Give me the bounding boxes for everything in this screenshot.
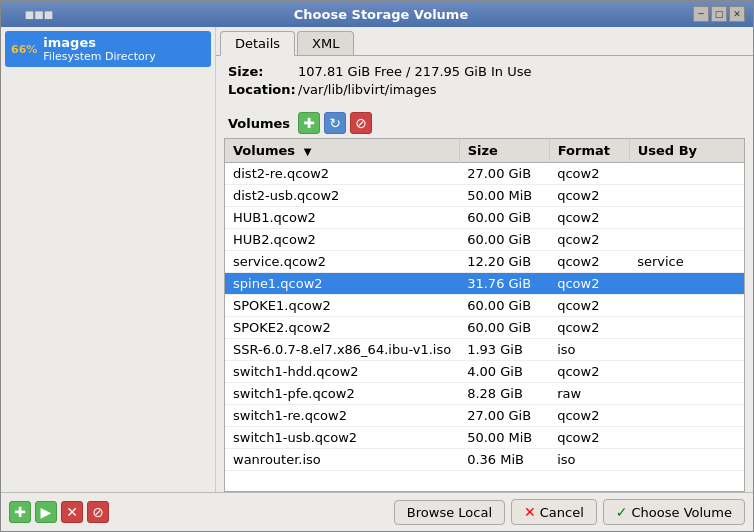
cell-used-by (629, 361, 744, 383)
volumes-label: Volumes (228, 116, 290, 131)
play-icon: ▶ (41, 504, 52, 520)
cell-used-by (629, 339, 744, 361)
cell-size: 27.00 GiB (459, 163, 549, 185)
cancel-button[interactable]: ✕ Cancel (511, 499, 597, 525)
table-row[interactable]: switch1-pfe.qcow28.28 GiBraw (225, 383, 744, 405)
bottom-left-buttons: ✚ ▶ ✕ ⊘ (9, 501, 109, 523)
sidebar-progress: 66% (11, 43, 37, 56)
choose-volume-button[interactable]: ✓ Choose Volume (603, 499, 745, 525)
cell-format: qcow2 (549, 317, 629, 339)
cell-size: 4.00 GiB (459, 361, 549, 383)
table-row[interactable]: switch1-re.qcow227.00 GiBqcow2 (225, 405, 744, 427)
table-row[interactable]: HUB1.qcow260.00 GiBqcow2 (225, 207, 744, 229)
table-row[interactable]: dist2-re.qcow227.00 GiBqcow2 (225, 163, 744, 185)
add-volume-button[interactable]: ✚ (298, 112, 320, 134)
bottom-add-button[interactable]: ✚ (9, 501, 31, 523)
sidebar-item-text: images Filesystem Directory (43, 35, 155, 63)
table-row[interactable]: SPOKE1.qcow260.00 GiBqcow2 (225, 295, 744, 317)
titlebar: ■■■ Choose Storage Volume ─ □ ✕ (1, 1, 753, 27)
cell-size: 50.00 MiB (459, 185, 549, 207)
content-area: 66% images Filesystem Directory Details … (1, 27, 753, 492)
table-row[interactable]: switch1-usb.qcow250.00 MiBqcow2 (225, 427, 744, 449)
bottom-delete-icon: ⊘ (92, 504, 104, 520)
cell-volume-name: HUB2.qcow2 (225, 229, 459, 251)
table-row[interactable]: wanrouter.iso0.36 MiBiso (225, 449, 744, 471)
bottom-delete-button[interactable]: ⊘ (87, 501, 109, 523)
table-row[interactable]: dist2-usb.qcow250.00 MiBqcow2 (225, 185, 744, 207)
table-header-row: Volumes ▼ Size Format Used By (225, 139, 744, 163)
table-row[interactable]: HUB2.qcow260.00 GiBqcow2 (225, 229, 744, 251)
cell-format: raw (549, 383, 629, 405)
sidebar-item-type: Filesystem Directory (43, 50, 155, 63)
choose-label: Choose Volume (632, 505, 732, 520)
cell-used-by (629, 427, 744, 449)
cell-volume-name: switch1-hdd.qcow2 (225, 361, 459, 383)
bottom-right-buttons: Browse Local ✕ Cancel ✓ Choose Volume (394, 499, 745, 525)
cell-used-by (629, 317, 744, 339)
table-row[interactable]: SSR-6.0.7-8.el7.x86_64.ibu-v1.iso1.93 Gi… (225, 339, 744, 361)
cell-size: 27.00 GiB (459, 405, 549, 427)
cell-size: 12.20 GiB (459, 251, 549, 273)
cell-used-by (629, 449, 744, 471)
cell-volume-name: service.qcow2 (225, 251, 459, 273)
cell-format: qcow2 (549, 427, 629, 449)
volumes-table: Volumes ▼ Size Format Used By dist2-re.q… (225, 139, 744, 471)
delete-volume-button[interactable]: ⊘ (350, 112, 372, 134)
cell-format: qcow2 (549, 295, 629, 317)
table-row[interactable]: service.qcow212.20 GiBqcow2service (225, 251, 744, 273)
cell-volume-name: SPOKE2.qcow2 (225, 317, 459, 339)
browse-local-button[interactable]: Browse Local (394, 500, 505, 525)
cell-size: 60.00 GiB (459, 295, 549, 317)
bottom-bar: ✚ ▶ ✕ ⊘ Browse Local ✕ Cancel ✓ Choose V… (1, 492, 753, 531)
details-panel: Size: 107.81 GiB Free / 217.95 GiB In Us… (216, 56, 753, 108)
cancel-label: Cancel (540, 505, 584, 520)
bottom-play-button[interactable]: ▶ (35, 501, 57, 523)
cell-size: 60.00 GiB (459, 317, 549, 339)
cell-size: 60.00 GiB (459, 207, 549, 229)
cell-used-by: service (629, 251, 744, 273)
cell-format: qcow2 (549, 251, 629, 273)
cell-used-by (629, 405, 744, 427)
col-format[interactable]: Format (549, 139, 629, 163)
volumes-table-container[interactable]: Volumes ▼ Size Format Used By dist2-re.q… (224, 138, 745, 492)
col-volumes[interactable]: Volumes ▼ (225, 139, 459, 163)
cell-format: qcow2 (549, 207, 629, 229)
cell-used-by (629, 163, 744, 185)
sort-icon: ▼ (304, 146, 312, 157)
volumes-header: Volumes ✚ ↻ ⊘ (216, 108, 753, 138)
cell-volume-name: switch1-usb.qcow2 (225, 427, 459, 449)
close-button[interactable]: ✕ (729, 6, 745, 22)
minimize-button[interactable]: ─ (693, 6, 709, 22)
titlebar-icon: ■■■ (9, 9, 69, 20)
maximize-button[interactable]: □ (711, 6, 727, 22)
table-row[interactable]: switch1-hdd.qcow24.00 GiBqcow2 (225, 361, 744, 383)
cell-volume-name: switch1-pfe.qcow2 (225, 383, 459, 405)
cell-size: 8.28 GiB (459, 383, 549, 405)
cell-size: 0.36 MiB (459, 449, 549, 471)
delete-icon: ⊘ (355, 115, 367, 131)
sidebar-item-images[interactable]: 66% images Filesystem Directory (5, 31, 211, 67)
location-value: /var/lib/libvirt/images (298, 82, 437, 97)
col-used-by[interactable]: Used By (629, 139, 744, 163)
cell-used-by (629, 295, 744, 317)
cell-size: 1.93 GiB (459, 339, 549, 361)
refresh-icon: ↻ (329, 115, 341, 131)
tab-details[interactable]: Details (220, 31, 295, 56)
cell-size: 60.00 GiB (459, 229, 549, 251)
location-row: Location: /var/lib/libvirt/images (228, 82, 741, 97)
cell-volume-name: SSR-6.0.7-8.el7.x86_64.ibu-v1.iso (225, 339, 459, 361)
cancel-icon: ✕ (524, 504, 536, 520)
refresh-button[interactable]: ↻ (324, 112, 346, 134)
col-size[interactable]: Size (459, 139, 549, 163)
cell-size: 31.76 GiB (459, 273, 549, 295)
cell-used-by (629, 207, 744, 229)
browse-local-label: Browse Local (407, 505, 492, 520)
table-row[interactable]: spine1.qcow231.76 GiBqcow2 (225, 273, 744, 295)
size-value: 107.81 GiB Free / 217.95 GiB In Use (298, 64, 531, 79)
sidebar: 66% images Filesystem Directory (1, 27, 216, 492)
cell-format: iso (549, 339, 629, 361)
table-row[interactable]: SPOKE2.qcow260.00 GiBqcow2 (225, 317, 744, 339)
bottom-stop-button[interactable]: ✕ (61, 501, 83, 523)
tab-xml[interactable]: XML (297, 31, 354, 55)
main-panel: Details XML Size: 107.81 GiB Free / 217.… (216, 27, 753, 492)
